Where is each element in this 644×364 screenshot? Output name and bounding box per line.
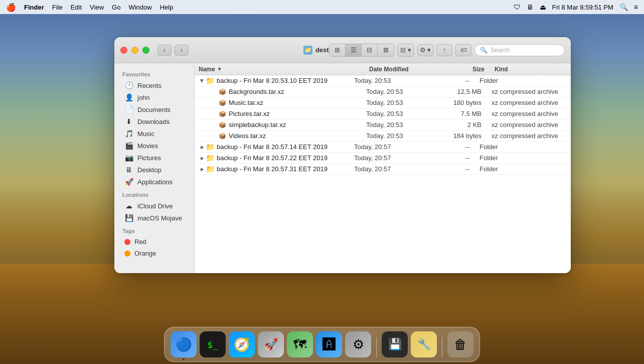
dock-item-disk-utility[interactable]: 🔧 <box>411 331 437 357</box>
sidebar-item-documents[interactable]: 📄 Documents <box>116 103 192 115</box>
maps-icon: 🗺 <box>293 337 306 352</box>
menubar: 🍎 Finder File Edit View Go Window Help 🛡… <box>0 0 644 14</box>
sidebar-item-desktop[interactable]: 🖥 Desktop <box>116 164 192 176</box>
file-name-cell: ▶ 📁 backup - Fri Mar 8 20.53.10 EET 2019 <box>199 77 354 85</box>
menubar-right: 🛡 🖥 ⏏ Fri 8 Mar 8:59:51 PM 🔍 ≡ <box>514 3 638 11</box>
sidebar-item-icloud[interactable]: ☁ iCloud Drive <box>116 200 192 212</box>
file-size-cell: -- <box>434 77 479 84</box>
column-view-button[interactable]: ⊟ <box>362 44 378 56</box>
apple-menu[interactable]: 🍎 <box>6 3 16 12</box>
action-button[interactable]: ⚙ ▾ <box>417 44 433 56</box>
file-kind-cell: xz compressed archive <box>492 88 567 95</box>
maximize-button[interactable] <box>142 47 149 54</box>
icon-view-button[interactable]: ⊞ <box>330 44 346 56</box>
back-button[interactable]: ‹ <box>157 45 172 56</box>
terminal-icon: $_ <box>207 339 218 350</box>
sidebar-item-pictures[interactable]: 📷 Pictures <box>116 152 192 164</box>
sidebar-item-downloads[interactable]: ⬇ Downloads <box>116 115 192 128</box>
music-icon: 🎵 <box>124 130 133 138</box>
forward-button[interactable]: › <box>175 45 189 56</box>
table-row[interactable]: ▶ 📁 backup - Fri Mar 8 20.53.10 EET 2019… <box>195 75 571 86</box>
desktop-icon: 🖥 <box>124 166 133 174</box>
preferences-icon: ⚙ <box>353 337 364 352</box>
table-row[interactable]: ▶ 📁 backup - Fri Mar 8 20.57.14 EET 2019… <box>195 142 571 153</box>
menubar-help[interactable]: Help <box>160 4 174 11</box>
trash-icon: 🗑 <box>454 337 467 352</box>
dock-item-system-info[interactable]: 💾 <box>382 331 408 357</box>
menubar-datetime: Fri 8 Mar 8:59:51 PM <box>552 4 613 11</box>
sidebar-item-label: Orange <box>134 250 156 257</box>
column-size[interactable]: Size <box>449 66 495 73</box>
table-row[interactable]: ▶ 📦 Music.tar.xz Today, 20:53 180 bytes … <box>195 97 571 108</box>
disclosure-triangle[interactable]: ▶ <box>199 156 206 161</box>
tag-button[interactable]: 🏷 <box>455 44 471 56</box>
tags-label: Tags <box>114 224 194 236</box>
file-date-cell: Today, 20:53 <box>366 121 446 129</box>
sidebar-item-john[interactable]: 👤 john <box>116 91 192 103</box>
search-bar[interactable]: 🔍 Search <box>474 44 565 56</box>
share-button[interactable]: ↑ <box>436 44 452 56</box>
sidebar-item-macos[interactable]: 💾 macOS Mojave <box>116 212 192 224</box>
archive-icon: 📦 <box>218 99 227 107</box>
file-size-cell: -- <box>434 143 479 151</box>
dock-item-trash[interactable]: 🗑 <box>447 331 473 357</box>
column-kind[interactable]: Kind <box>495 66 567 73</box>
safari-icon: 🧭 <box>234 337 250 352</box>
sidebar-item-movies[interactable]: 🎬 Movies <box>116 140 192 152</box>
file-size-cell: 7,5 MB <box>446 110 492 117</box>
menubar-go[interactable]: Go <box>112 4 120 11</box>
dock-item-launchpad[interactable]: 🚀 <box>258 331 284 357</box>
disclosure-triangle[interactable]: ▶ <box>200 77 205 84</box>
table-row[interactable]: ▶ 📦 simplebackup.tar.xz Today, 20:53 2 K… <box>195 119 571 131</box>
appstore-icon: 🅰 <box>323 337 336 352</box>
table-row[interactable]: ▶ 📦 Videos.tar.xz Today, 20:53 184 bytes… <box>195 131 571 142</box>
disclosure-triangle[interactable]: ▶ <box>199 145 206 150</box>
file-list-header: Name ▼ Date Modified Size Kind <box>195 63 571 75</box>
column-name[interactable]: Name ▼ <box>199 66 369 73</box>
menubar-finder[interactable]: Finder <box>24 4 44 11</box>
sidebar-item-label: Applications <box>137 178 173 186</box>
menubar-left: 🍎 Finder File Edit View Go Window Help <box>6 3 514 12</box>
dock-item-appstore[interactable]: 🅰 <box>316 331 342 357</box>
sort-options-button[interactable]: ⊟ ▾ <box>398 44 414 56</box>
dock-item-terminal[interactable]: $_ <box>200 331 226 357</box>
sidebar-item-recents[interactable]: 🕐 Recents <box>116 79 192 91</box>
sidebar-item-tag-orange[interactable]: Orange <box>116 248 192 259</box>
table-row[interactable]: ▶ 📦 Backgrounds.tar.xz Today, 20:53 12,5… <box>195 86 571 97</box>
menubar-window[interactable]: Window <box>128 4 151 11</box>
sidebar-item-tag-red[interactable]: Red <box>116 236 192 248</box>
control-center-icon[interactable]: ≡ <box>634 3 638 11</box>
menubar-file[interactable]: File <box>52 4 63 11</box>
close-button[interactable] <box>120 47 127 54</box>
display-icon: 🖥 <box>527 3 534 11</box>
table-row[interactable]: ▶ 📦 Pictures.tar.xz Today, 20:53 7,5 MB … <box>195 108 571 119</box>
sidebar-item-label: Recents <box>137 82 162 89</box>
disclosure-triangle[interactable]: ▶ <box>199 167 206 172</box>
sidebar-item-music[interactable]: 🎵 Music <box>116 128 192 140</box>
dock-item-maps[interactable]: 🗺 <box>287 331 313 357</box>
column-date[interactable]: Date Modified <box>369 66 449 73</box>
menubar-view[interactable]: View <box>90 4 104 11</box>
dock-item-finder[interactable]: 🔵 <box>171 331 197 357</box>
icloud-icon: ☁ <box>124 202 133 210</box>
table-row[interactable]: ▶ 📁 backup - Fri Mar 8 20.57.31 EET 2019… <box>195 164 571 175</box>
eject-icon: ⏏ <box>540 3 546 11</box>
file-date-cell: Today, 20:53 <box>366 99 446 106</box>
file-date-cell: Today, 20:53 <box>366 132 446 140</box>
dock-item-safari[interactable]: 🧭 <box>229 331 255 357</box>
minimize-button[interactable] <box>131 47 138 54</box>
search-icon[interactable]: 🔍 <box>619 3 628 11</box>
table-row[interactable]: ▶ 📁 backup - Fri Mar 8 20.57.22 EET 2019… <box>195 153 571 164</box>
downloads-icon: ⬇ <box>124 117 133 126</box>
file-date-cell: Today, 20:57 <box>354 154 434 162</box>
file-name-cell: ▶ 📦 simplebackup.tar.xz <box>211 121 366 129</box>
gallery-view-button[interactable]: ⊠ <box>378 44 394 56</box>
list-view-button[interactable]: ☰ <box>346 44 362 56</box>
folder-icon: 📁 <box>206 154 215 162</box>
sidebar-item-applications[interactable]: 🚀 Applications <box>116 176 192 188</box>
finder-files: Name ▼ Date Modified Size Kind ▶ 📁 backu… <box>195 63 571 273</box>
dock-divider <box>376 337 377 357</box>
dock-item-preferences[interactable]: ⚙ <box>345 331 371 357</box>
menubar-edit[interactable]: Edit <box>71 4 82 11</box>
toolbar-actions: ⊞ ☰ ⊟ ⊠ ⊟ ▾ ⚙ ▾ ↑ 🏷 🔍 Search <box>329 44 565 57</box>
